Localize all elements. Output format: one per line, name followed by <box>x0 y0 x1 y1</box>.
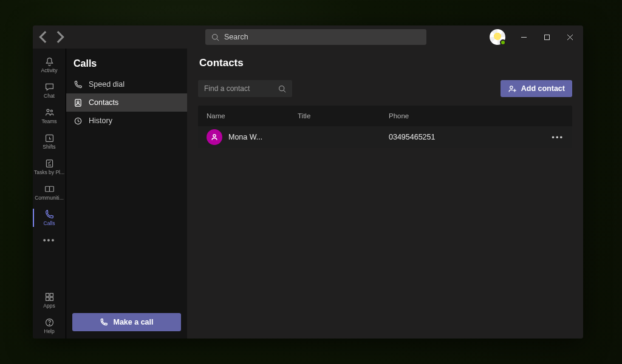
main-content: Contacts Find a contact Add contact <box>187 49 583 339</box>
chat-icon <box>44 82 55 92</box>
rail-label: Apps <box>43 303 55 309</box>
sub-item-label: Speed dial <box>89 80 125 89</box>
col-header-title[interactable]: Title <box>298 112 389 120</box>
titlebar-right <box>490 28 583 46</box>
svg-rect-13 <box>46 294 49 297</box>
phone-icon <box>100 318 108 326</box>
contacts-table: Name Title Phone Mona W... 03495465251 <box>198 106 572 148</box>
rail-teams[interactable]: Teams <box>33 103 66 129</box>
col-header-name[interactable]: Name <box>207 112 298 120</box>
app-body: Activity Chat Teams Shifts Tasks by Pl..… <box>33 49 583 339</box>
search-input[interactable]: Search <box>205 29 426 45</box>
svg-rect-9 <box>46 160 52 167</box>
svg-point-7 <box>50 110 52 112</box>
user-avatar[interactable] <box>490 29 505 45</box>
forward-button[interactable] <box>52 30 66 44</box>
svg-rect-16 <box>50 297 53 300</box>
rail-activity[interactable]: Activity <box>33 52 66 78</box>
svg-point-22 <box>279 86 284 90</box>
tasks-icon <box>44 158 55 169</box>
rail-chat[interactable]: Chat <box>33 78 66 103</box>
app-rail: Activity Chat Teams Shifts Tasks by Pl..… <box>33 49 66 339</box>
make-a-call-button[interactable]: Make a call <box>72 313 181 331</box>
contacts-toolbar: Find a contact Add contact <box>198 80 572 97</box>
sub-item-history[interactable]: History <box>66 112 187 130</box>
close-button[interactable] <box>560 28 579 46</box>
add-contact-icon <box>508 84 517 93</box>
svg-point-27 <box>213 135 216 137</box>
svg-line-1 <box>217 38 219 40</box>
calls-sub-panel: Calls Speed dial Contacts History Make a… <box>66 49 187 339</box>
svg-point-24 <box>510 86 512 88</box>
rail-label: Teams <box>41 118 56 124</box>
svg-point-20 <box>77 101 79 103</box>
history-icon <box>73 116 83 126</box>
phone-icon <box>73 80 83 89</box>
find-placeholder: Find a contact <box>204 84 278 93</box>
add-contact-label: Add contact <box>521 84 565 93</box>
titlebar: Search <box>33 25 583 49</box>
find-contact-input[interactable]: Find a contact <box>198 80 292 97</box>
row-more-button[interactable]: ••• <box>552 133 564 142</box>
rail-label: Help <box>44 328 54 334</box>
rail-apps[interactable]: Apps <box>33 288 66 313</box>
teams-icon <box>44 107 55 118</box>
svg-rect-14 <box>50 294 53 297</box>
sub-item-label: History <box>89 116 112 125</box>
sub-item-speed-dial[interactable]: Speed dial <box>66 75 187 93</box>
rail-shifts[interactable]: Shifts <box>33 129 66 154</box>
svg-point-18 <box>49 324 49 325</box>
add-contact-button[interactable]: Add contact <box>501 80 572 97</box>
svg-line-23 <box>284 90 285 92</box>
sub-item-contacts[interactable]: Contacts <box>66 93 187 112</box>
sub-item-label: Contacts <box>89 98 118 107</box>
rail-label: Activity <box>41 67 58 73</box>
rail-label: Tasks by Pl... <box>34 169 64 175</box>
contact-name: Mona W... <box>228 133 262 141</box>
page-title: Contacts <box>198 57 572 69</box>
contact-phone: 03495465251 <box>389 133 545 141</box>
col-header-phone[interactable]: Phone <box>389 112 545 120</box>
sub-panel-title: Calls <box>66 49 187 75</box>
presence-available-icon <box>500 39 506 46</box>
app-window: Search Activity <box>33 25 583 339</box>
table-header: Name Title Phone <box>198 106 572 126</box>
apps-icon <box>44 292 55 302</box>
minimize-button[interactable] <box>514 28 533 46</box>
bell-icon <box>44 56 55 67</box>
rail-help[interactable]: Help <box>33 313 66 339</box>
contact-avatar <box>207 129 222 145</box>
svg-rect-12 <box>49 186 53 192</box>
make-a-call-label: Make a call <box>113 318 153 326</box>
svg-rect-3 <box>544 35 549 39</box>
rail-communities[interactable]: Communiti... <box>33 180 66 205</box>
rail-tasks[interactable]: Tasks by Pl... <box>33 154 66 180</box>
search-placeholder: Search <box>224 33 248 41</box>
rail-label: Chat <box>44 93 55 99</box>
svg-rect-11 <box>45 186 49 192</box>
person-icon <box>210 133 219 141</box>
table-row[interactable]: Mona W... 03495465251 ••• <box>198 126 572 148</box>
svg-point-0 <box>213 34 217 39</box>
rail-more-button[interactable]: ••• <box>43 235 56 245</box>
search-icon <box>278 85 286 93</box>
rail-label: Shifts <box>43 144 55 150</box>
back-button[interactable] <box>38 30 51 44</box>
search-icon <box>211 33 219 41</box>
help-icon <box>44 317 55 328</box>
svg-rect-15 <box>46 297 49 300</box>
svg-point-6 <box>46 109 49 112</box>
rail-label: Communiti... <box>35 195 64 201</box>
nav-arrows <box>38 30 66 44</box>
rail-calls[interactable]: Calls <box>33 205 66 231</box>
communities-icon <box>44 184 55 194</box>
rail-label: Calls <box>44 220 55 226</box>
shifts-icon <box>44 133 55 143</box>
calls-icon <box>44 209 55 220</box>
contacts-icon <box>73 98 83 107</box>
maximize-button[interactable] <box>537 28 556 46</box>
